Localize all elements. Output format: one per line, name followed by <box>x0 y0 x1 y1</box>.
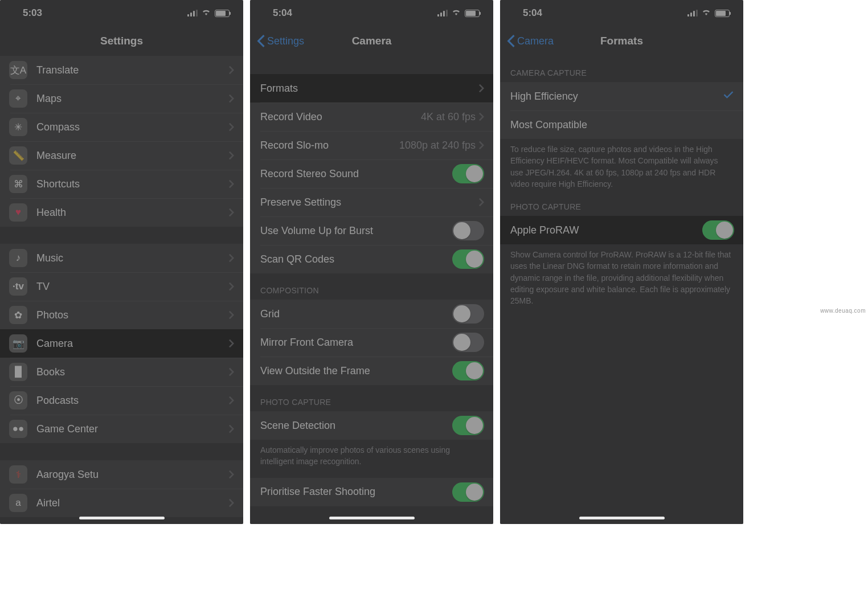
back-label: Camera <box>517 35 554 47</box>
settings-row-health[interactable]: ♥Health <box>0 198 243 227</box>
row-label: Apple ProRAW <box>510 224 702 236</box>
row-apple-proraw[interactable]: Apple ProRAW <box>500 216 743 244</box>
settings-row-compass[interactable]: ✳︎Compass <box>0 113 243 141</box>
navbar: Camera Formats <box>500 26 743 56</box>
battery-icon <box>715 10 730 17</box>
chevron-left-icon <box>507 35 515 47</box>
cell-signal-icon <box>687 10 698 17</box>
chevron-right-icon <box>479 112 484 121</box>
home-indicator[interactable] <box>79 517 165 519</box>
settings-row-airtel[interactable]: aAirtel <box>0 489 243 517</box>
compass-icon: ✳︎ <box>9 118 27 136</box>
row-label: High Efficiency <box>510 91 723 103</box>
statusbar: 5:03 <box>0 0 243 26</box>
screen-settings: 5:03 Settings 文ATranslate⌖Maps✳︎Compass📏… <box>0 0 243 524</box>
settings-row-tv[interactable]: ∙tvTV <box>0 272 243 301</box>
settings-row-aarogya[interactable]: ⚕Aarogya Setu <box>0 460 243 489</box>
row-label: Photos <box>36 309 229 321</box>
section-footer-camera-capture: To reduce file size, capture photos and … <box>500 139 743 190</box>
back-label: Settings <box>267 35 304 47</box>
settings-row-podcasts[interactable]: ⦿Podcasts <box>0 386 243 415</box>
toggle-record-stereo-sound[interactable] <box>452 164 484 183</box>
chevron-right-icon <box>229 208 234 217</box>
toggle-scene-detection[interactable] <box>452 416 484 435</box>
settings-row-measure[interactable]: 📏Measure <box>0 141 243 170</box>
section-header-composition: COMPOSITION <box>250 273 493 300</box>
screen-formats: 5:04 Camera Formats CAMERA CAPTURE High … <box>500 0 743 524</box>
cell-signal-icon <box>187 10 198 17</box>
row-label: Prioritise Faster Shooting <box>260 486 452 498</box>
row-value: 4K at 60 fps <box>421 111 476 123</box>
row-scan-qr-codes[interactable]: Scan QR Codes <box>250 245 493 273</box>
wifi-icon <box>701 7 711 19</box>
aarogya-icon: ⚕ <box>9 465 27 484</box>
row-label: Podcasts <box>36 395 229 407</box>
toggle-prioritise-faster-shooting[interactable] <box>452 482 484 502</box>
row-record-video[interactable]: Record Video4K at 60 fps <box>250 103 493 131</box>
home-indicator[interactable] <box>579 517 665 519</box>
settings-row-books[interactable]: ▐▌Books <box>0 358 243 386</box>
settings-row-gamecenter[interactable]: ●●Game Center <box>0 415 243 443</box>
status-time: 5:03 <box>23 7 42 19</box>
section-footer-scene-detection: Automatically improve photos of various … <box>250 440 493 468</box>
row-most-compatible[interactable]: Most Compatible <box>500 110 743 139</box>
chevron-right-icon <box>229 470 234 479</box>
section-header-photo-capture: PHOTO CAPTURE <box>250 385 493 411</box>
back-button[interactable]: Camera <box>507 35 554 47</box>
toggle-view-outside-the-frame[interactable] <box>452 361 484 380</box>
row-label: Record Stereo Sound <box>260 168 452 180</box>
row-label: Formats <box>260 83 479 95</box>
toggle-apple-proraw[interactable] <box>702 220 734 240</box>
row-label: Record Slo-mo <box>260 140 399 152</box>
row-record-slo-mo[interactable]: Record Slo-mo1080p at 240 fps <box>250 131 493 159</box>
row-scene-detection[interactable]: Scene Detection <box>250 411 493 440</box>
chevron-right-icon <box>229 339 234 348</box>
row-high-efficiency[interactable]: High Efficiency <box>500 82 743 110</box>
measure-icon: 📏 <box>9 146 27 165</box>
chevron-right-icon <box>229 122 234 132</box>
camera-group-composition: GridMirror Front CameraView Outside the … <box>250 300 493 385</box>
settings-row-photos[interactable]: ✿Photos <box>0 301 243 329</box>
chevron-right-icon <box>479 141 484 150</box>
row-use-volume-up-for-burst[interactable]: Use Volume Up for Burst <box>250 216 493 245</box>
row-prioritise-faster-shooting[interactable]: Prioritise Faster Shooting <box>250 478 493 506</box>
settings-row-maps[interactable]: ⌖Maps <box>0 84 243 113</box>
row-value: 1080p at 240 fps <box>399 140 476 152</box>
chevron-right-icon <box>229 310 234 320</box>
row-mirror-front-camera[interactable]: Mirror Front Camera <box>250 328 493 357</box>
row-label: Use Volume Up for Burst <box>260 225 452 237</box>
health-icon: ♥ <box>9 203 27 222</box>
podcasts-icon: ⦿ <box>9 391 27 410</box>
row-grid[interactable]: Grid <box>250 300 493 328</box>
chevron-right-icon <box>229 396 234 405</box>
row-label: Game Center <box>36 423 229 435</box>
row-label: Measure <box>36 150 229 162</box>
row-label: View Outside the Frame <box>260 365 452 377</box>
row-label: Grid <box>260 308 452 320</box>
chevron-left-icon <box>257 35 265 47</box>
chevron-right-icon <box>229 367 234 376</box>
camera-group-prioritise: Prioritise Faster Shooting <box>250 478 493 506</box>
settings-row-music[interactable]: ♪Music <box>0 244 243 272</box>
toggle-use-volume-up-for-burst[interactable] <box>452 221 484 240</box>
settings-row-translate[interactable]: 文ATranslate <box>0 56 243 84</box>
row-preserve-settings[interactable]: Preserve Settings <box>250 188 493 216</box>
back-button[interactable]: Settings <box>257 35 304 47</box>
settings-row-camera[interactable]: 📷Camera <box>0 329 243 358</box>
row-label: Compass <box>36 121 229 133</box>
section-header-camera-capture: CAMERA CAPTURE <box>500 56 743 82</box>
toggle-grid[interactable] <box>452 304 484 324</box>
row-label: Most Compatible <box>510 119 734 131</box>
navbar: Settings <box>0 26 243 56</box>
settings-row-shortcuts[interactable]: ⌘Shortcuts <box>0 170 243 198</box>
toggle-mirror-front-camera[interactable] <box>452 333 484 352</box>
row-formats[interactable]: Formats <box>250 74 493 103</box>
row-label: Books <box>36 366 229 378</box>
chevron-right-icon <box>229 282 234 291</box>
home-indicator[interactable] <box>329 517 415 519</box>
row-label: Maps <box>36 93 229 105</box>
toggle-scan-qr-codes[interactable] <box>452 249 484 269</box>
battery-icon <box>465 10 480 17</box>
row-record-stereo-sound[interactable]: Record Stereo Sound <box>250 159 493 188</box>
row-view-outside-the-frame[interactable]: View Outside the Frame <box>250 357 493 385</box>
